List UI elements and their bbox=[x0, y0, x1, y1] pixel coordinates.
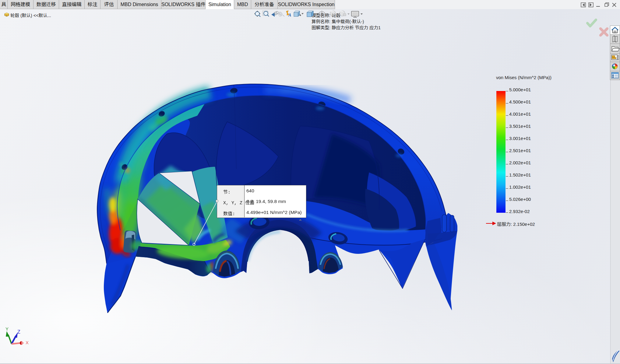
svg-text:X: X bbox=[26, 340, 29, 345]
svg-text:A: A bbox=[288, 13, 291, 17]
svg-text:Y: Y bbox=[5, 326, 9, 331]
svg-text:Z: Z bbox=[17, 329, 20, 334]
